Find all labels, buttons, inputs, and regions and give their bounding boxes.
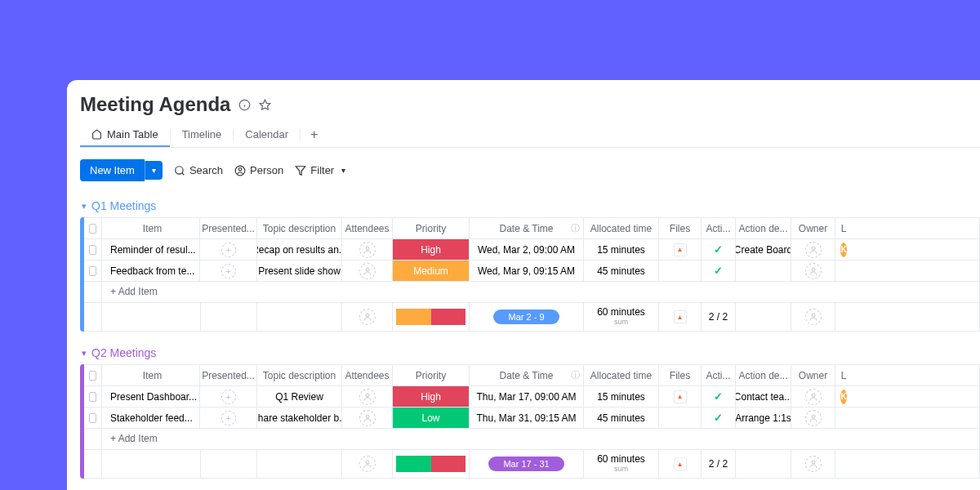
priority[interactable]: Low xyxy=(393,408,470,428)
file-icon[interactable]: ▲ xyxy=(674,457,687,470)
presented-by[interactable]: + xyxy=(200,239,257,260)
info-icon[interactable]: ⓘ xyxy=(571,222,580,234)
new-item-button[interactable]: New Item ▾ xyxy=(80,159,163,181)
row-checkbox[interactable] xyxy=(84,386,102,407)
group-title[interactable]: Q1 Meetings xyxy=(91,199,156,212)
attendees[interactable] xyxy=(342,408,393,428)
col-action[interactable]: Acti... xyxy=(702,365,736,385)
file-icon[interactable]: ▲ xyxy=(674,243,687,256)
attendees[interactable] xyxy=(342,261,393,281)
col-alloc[interactable]: Allocated time xyxy=(584,365,659,385)
datetime[interactable]: Thu, Mar 17, 09:00 AM xyxy=(470,386,584,407)
col-files[interactable]: Files xyxy=(659,218,702,238)
table-row[interactable]: Stakeholder feed...+Share stakeholder b.… xyxy=(84,408,979,429)
col-topic[interactable]: Topic description xyxy=(257,365,342,385)
action-detail[interactable] xyxy=(736,261,791,281)
info-icon[interactable] xyxy=(238,99,251,111)
row-checkbox[interactable] xyxy=(84,239,102,260)
table-row[interactable]: Present Dashboar...+Q1 ReviewHighThu, Ma… xyxy=(84,386,979,408)
extra[interactable] xyxy=(835,261,852,281)
datetime[interactable]: Thu, Mar 31, 09:15 AM xyxy=(470,408,584,428)
group-header[interactable]: ▾Q1 Meetings xyxy=(82,199,980,212)
action-detail[interactable]: Contact tea... xyxy=(736,386,791,407)
info-icon[interactable]: ⓘ xyxy=(571,369,580,381)
person-icon[interactable] xyxy=(805,410,822,426)
add-item-row[interactable]: + Add Item xyxy=(84,429,979,450)
allocated-time[interactable]: 45 minutes xyxy=(584,408,659,428)
action-check[interactable]: ✓ xyxy=(702,408,736,428)
person-icon[interactable] xyxy=(359,410,376,426)
topic-description[interactable]: Q1 Review xyxy=(257,386,342,407)
action-check[interactable]: ✓ xyxy=(702,386,736,407)
person-icon[interactable] xyxy=(359,263,376,279)
col-owner[interactable]: Owner xyxy=(791,218,835,238)
add-person-icon[interactable]: + xyxy=(221,390,236,404)
chevron-down-icon[interactable]: ▾ xyxy=(82,348,87,359)
col-presented[interactable]: Presented... xyxy=(200,218,257,238)
col-action[interactable]: Acti... xyxy=(702,218,736,238)
attendees[interactable] xyxy=(342,239,393,260)
action-detail[interactable]: Create Board xyxy=(736,239,791,260)
group-title[interactable]: Q2 Meetings xyxy=(91,346,156,359)
file-icon[interactable]: ▲ xyxy=(674,310,687,323)
allocated-time[interactable]: 45 minutes xyxy=(584,261,659,281)
allocated-time[interactable]: 15 minutes xyxy=(584,386,659,407)
col-priority[interactable]: Priority xyxy=(393,218,470,238)
priority[interactable]: High xyxy=(393,239,470,260)
col-datetime[interactable]: Date & Timeⓘ xyxy=(470,365,584,385)
tab-add[interactable]: + xyxy=(301,122,327,147)
col-extra[interactable]: L xyxy=(835,218,852,238)
action-check[interactable]: ✓ xyxy=(702,239,736,260)
owner[interactable] xyxy=(791,239,835,260)
select-all-checkbox[interactable] xyxy=(84,218,102,238)
col-alloc[interactable]: Allocated time xyxy=(584,218,659,238)
datetime[interactable]: Wed, Mar 2, 09:00 AM xyxy=(470,239,584,260)
extra[interactable] xyxy=(835,408,852,428)
col-item[interactable]: Item xyxy=(102,218,200,238)
tab-main-table[interactable]: Main Table xyxy=(80,122,170,147)
action-detail[interactable]: Arrange 1:1s xyxy=(736,408,791,428)
new-item-label[interactable]: New Item xyxy=(80,159,145,181)
tab-timeline[interactable]: Timeline xyxy=(171,122,234,147)
file-icon[interactable]: ▲ xyxy=(674,390,687,403)
item-name[interactable]: Reminder of resul... xyxy=(102,239,200,260)
owner[interactable] xyxy=(791,261,835,281)
col-datetime[interactable]: Date & Timeⓘ xyxy=(470,218,584,238)
files[interactable]: ▲ xyxy=(659,239,702,260)
extra[interactable]: K xyxy=(835,239,852,260)
owner[interactable] xyxy=(791,408,835,428)
select-all-checkbox[interactable] xyxy=(84,365,102,385)
table-row[interactable]: Reminder of resul...+Recap on results an… xyxy=(84,239,979,261)
presented-by[interactable]: + xyxy=(200,386,257,407)
person-icon[interactable] xyxy=(359,389,376,405)
topic-description[interactable]: Recap on results an... xyxy=(257,239,342,260)
col-presented[interactable]: Presented... xyxy=(200,365,257,385)
row-checkbox[interactable] xyxy=(84,408,102,428)
col-priority[interactable]: Priority xyxy=(393,365,470,385)
person-button[interactable]: Person xyxy=(234,164,283,176)
group-header[interactable]: ▾Q2 Meetings xyxy=(82,346,980,359)
add-person-icon[interactable]: + xyxy=(221,264,236,278)
search-button[interactable]: Search xyxy=(174,164,223,176)
table-row[interactable]: Feedback from te...+Present slide showMe… xyxy=(84,261,979,282)
col-files[interactable]: Files xyxy=(659,365,702,385)
col-actiondet[interactable]: Action de... xyxy=(736,218,791,238)
priority[interactable]: High xyxy=(393,386,470,407)
presented-by[interactable]: + xyxy=(200,408,257,428)
col-attendees[interactable]: Attendees xyxy=(342,218,393,238)
topic-description[interactable]: Present slide show xyxy=(257,261,342,281)
item-name[interactable]: Feedback from te... xyxy=(102,261,200,281)
col-owner[interactable]: Owner xyxy=(791,365,835,385)
files[interactable] xyxy=(659,261,702,281)
add-item-row[interactable]: + Add Item xyxy=(84,282,979,303)
col-actiondet[interactable]: Action de... xyxy=(736,365,791,385)
col-topic[interactable]: Topic description xyxy=(257,218,342,238)
files[interactable] xyxy=(659,408,702,428)
person-icon[interactable] xyxy=(805,389,822,405)
attendees[interactable] xyxy=(342,386,393,407)
item-name[interactable]: Present Dashboar... xyxy=(102,386,200,407)
files[interactable]: ▲ xyxy=(659,386,702,407)
person-icon[interactable] xyxy=(805,242,822,258)
tab-calendar[interactable]: Calendar xyxy=(234,122,300,147)
topic-description[interactable]: Share stakeholder b... xyxy=(257,408,342,428)
